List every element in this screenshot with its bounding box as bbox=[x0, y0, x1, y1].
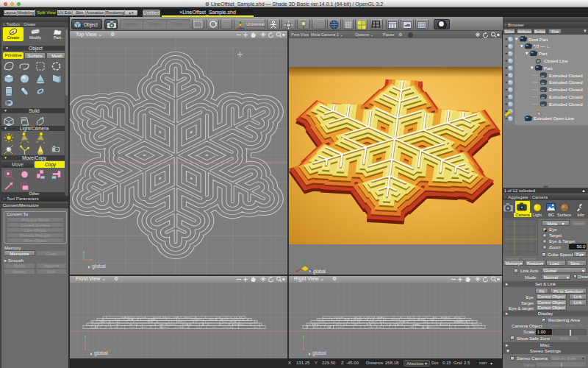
svg-text:global: global bbox=[92, 263, 106, 269]
svg-text:global: global bbox=[312, 350, 326, 356]
svg-text:global: global bbox=[94, 350, 108, 356]
